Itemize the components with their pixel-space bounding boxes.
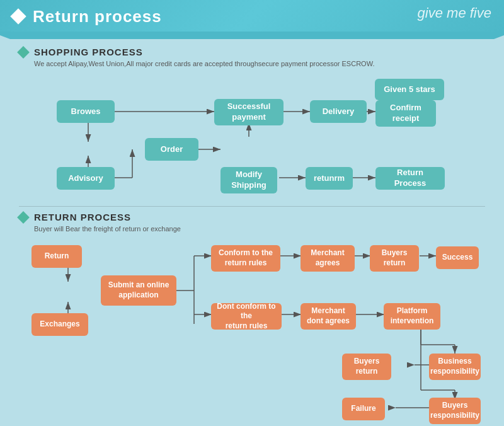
box-successful: Successfulpayment — [214, 99, 284, 125]
shopping-title: SHOPPING PROCESS — [34, 47, 143, 57]
box-modify: ModifyShipping — [220, 167, 277, 193]
box-conform: Conform to thereturn rules — [211, 245, 280, 272]
box-exchanges: Exchanges — [32, 313, 88, 336]
box-delivery: Delivery — [310, 100, 367, 123]
box-returnm: retunrm — [306, 167, 353, 190]
header: Return process give me five — [0, 0, 504, 33]
shopping-section-header: SHOPPING PROCESS — [19, 47, 485, 57]
header-logo: give me five — [418, 5, 491, 21]
box-submit: Submit an onlineapplication — [101, 275, 176, 306]
box-browes: Browes — [57, 100, 115, 123]
box-merchant-dont: Merchantdont agrees — [301, 303, 356, 330]
box-order: Order — [145, 138, 198, 161]
shopping-diagram: Given 5 stars Browes Successfulpayment D… — [19, 74, 485, 200]
box-return: Return — [32, 245, 82, 268]
return-section-header: RETURN PROCESS — [19, 212, 485, 222]
return-description: Buyer will Bear the freight of return or… — [19, 225, 485, 233]
box-success: Success — [436, 246, 479, 269]
return-diagram: Return Exchanges Submit an onlineapplica… — [19, 239, 485, 422]
box-buyers-resp: Buyersresponsibility — [429, 398, 481, 424]
shopping-description: We accept Alipay,West Union,All major cr… — [19, 60, 485, 67]
box-given5: Given 5 stars — [375, 79, 444, 100]
box-buyers-return1: Buyersreturn — [370, 245, 419, 272]
box-merchant-agrees: Merchantagrees — [301, 245, 355, 272]
return-diamond — [17, 211, 30, 224]
box-platform: Platformintervention — [384, 303, 440, 330]
shopping-diamond — [17, 46, 30, 59]
box-confirm: Confirmreceipt — [375, 100, 436, 127]
box-return-process: Return Process — [375, 167, 445, 190]
box-advisory: Advisory — [57, 167, 115, 190]
header-diamond — [10, 8, 26, 24]
box-failure: Failure — [342, 398, 385, 420]
box-dont-conform: Dont conform to thereturn rules — [211, 303, 282, 330]
box-business-resp: Businessresponsibility — [429, 354, 481, 380]
return-title: RETURN PROCESS — [34, 212, 131, 222]
header-title: Return process — [33, 7, 162, 26]
box-buyers-return2: Buyersreturn — [342, 354, 391, 380]
